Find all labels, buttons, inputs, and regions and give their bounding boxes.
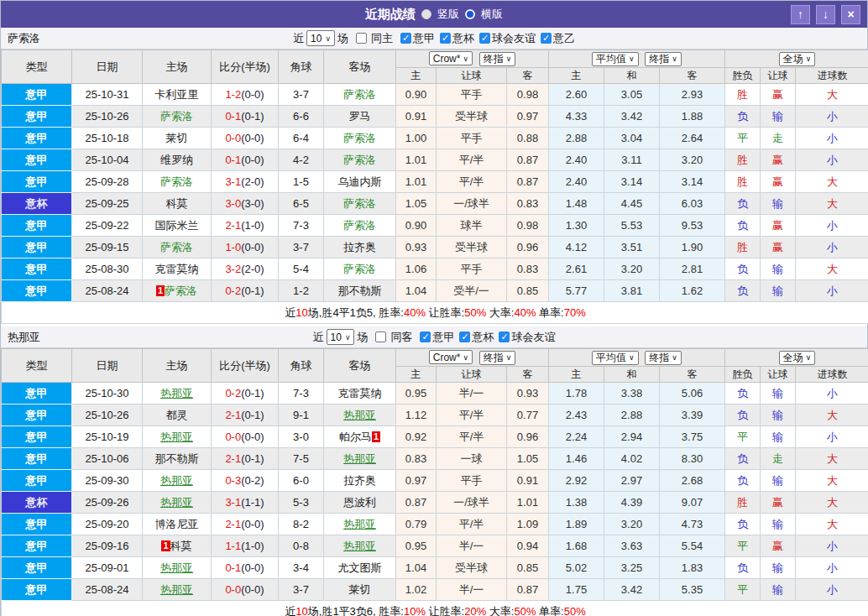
team-link[interactable]: 萨索洛 (343, 132, 376, 144)
league-filter-checkbox[interactable] (420, 331, 431, 342)
team-link[interactable]: 热那亚 (160, 561, 193, 574)
average-select[interactable]: 平均值∨ (592, 52, 639, 66)
final-index-select-2[interactable]: 终指∨ (645, 52, 682, 66)
league-filter-checkbox[interactable] (440, 33, 451, 44)
league-filter-label[interactable]: 意杯 (452, 32, 474, 44)
match-row[interactable]: 意甲25-10-18莱切0-0(0-0)6-4萨索洛1.00平手0.882.88… (2, 128, 868, 149)
same-venue-label[interactable]: 同主 (371, 31, 393, 46)
team-link[interactable]: 萨索洛 (160, 241, 193, 253)
fulltime-select[interactable]: 全场∨ (779, 351, 816, 365)
league-filter-label[interactable]: 意杯 (472, 331, 494, 343)
team-link[interactable]: 萨索洛 (160, 110, 193, 123)
team-link[interactable]: 都灵 (166, 409, 188, 421)
team-link[interactable]: 萨索洛 (343, 197, 376, 210)
league-filter-checkbox[interactable] (499, 331, 510, 342)
league-filter-label[interactable]: 球会友谊 (492, 32, 536, 44)
match-row[interactable]: 意甲25-10-26都灵2-1(0-1)9-1热那亚1.12平/半0.772.4… (2, 405, 868, 426)
match-row[interactable]: 意甲25-09-20博洛尼亚2-1(0-0)8-2热那亚0.79平/半1.091… (2, 514, 868, 535)
team-link[interactable]: 莱切 (349, 583, 371, 596)
league-filter-label[interactable]: 意甲 (432, 331, 454, 343)
same-venue-checkbox[interactable] (356, 33, 367, 44)
team-link[interactable]: 萨索洛 (160, 175, 193, 188)
team-link[interactable]: 莱切 (166, 132, 188, 144)
final-index-select[interactable]: 终指∨ (479, 351, 516, 365)
match-row[interactable]: 意甲25-09-22国际米兰2-1(1-0)7-3萨索洛0.90球半0.981.… (2, 215, 868, 237)
team-link[interactable]: 热那亚 (343, 540, 376, 552)
same-venue-checkbox[interactable] (375, 331, 386, 342)
league-filter-label[interactable]: 球会友谊 (511, 331, 555, 343)
match-row[interactable]: 意甲25-09-30热那亚0-3(0-2)6-0拉齐奥0.97平手0.912.9… (2, 470, 868, 492)
team-link[interactable]: 萨索洛 (165, 285, 197, 297)
col-header-result: 胜负 (725, 68, 761, 84)
close-button[interactable]: × (841, 5, 860, 24)
match-row[interactable]: 意杯25-09-26热那亚3-1(1-1)5-3恩波利0.87一/球半1.011… (2, 492, 868, 514)
match-row[interactable]: 意甲25-10-31卡利亚里1-2(0-0)3-7萨索洛0.90平手0.982.… (2, 84, 868, 106)
league-filter-checkbox[interactable] (459, 331, 470, 342)
match-row[interactable]: 意杯25-09-25科莫3-0(3-0)6-5萨索洛1.05一/球半0.831.… (2, 193, 868, 215)
league-filter-checkbox[interactable] (479, 33, 490, 44)
match-row[interactable]: 意甲25-09-15萨索洛1-0(0-0)3-7拉齐奥0.93受半球0.964.… (2, 237, 868, 258)
match-row[interactable]: 意甲25-10-30热那亚0-2(0-1)7-3克雷莫纳0.95半/一0.931… (2, 383, 868, 405)
team-link[interactable]: 萨索洛 (343, 88, 376, 101)
average-select[interactable]: 平均值∨ (592, 351, 639, 365)
bookmaker-select[interactable]: Crow*∨ (429, 350, 473, 364)
league-filter-label[interactable]: 意甲 (413, 32, 435, 44)
team-link[interactable]: 维罗纳 (160, 154, 193, 166)
move-up-button[interactable]: ↑ (791, 5, 810, 24)
horizontal-layout-radio[interactable] (465, 9, 475, 19)
bookmaker-select[interactable]: Crow*∨ (429, 51, 473, 65)
team-link[interactable]: 科莫 (170, 540, 192, 552)
team-link[interactable]: 热那亚 (160, 431, 193, 443)
team-link[interactable]: 恩波利 (343, 496, 376, 509)
team-link[interactable]: 尤文图斯 (338, 561, 382, 574)
horizontal-layout-label[interactable]: 横版 (481, 7, 503, 22)
match-row[interactable]: 意甲25-08-30克雷莫纳3-2(2-0)5-4萨索洛1.06平手0.832.… (2, 258, 868, 280)
final-index-select-2[interactable]: 终指∨ (645, 351, 682, 365)
match-count-select[interactable]: 10∨ (327, 329, 355, 345)
team-link[interactable]: 热那亚 (160, 474, 193, 487)
team-link[interactable]: 罗马 (349, 110, 371, 123)
match-count-select[interactable]: 10∨ (306, 30, 335, 46)
match-row[interactable]: 意甲25-10-19热那亚0-0(0-0)3-0帕尔马10.92平/半0.962… (2, 426, 868, 448)
team-link[interactable]: 克雷莫纳 (155, 263, 199, 275)
team-link[interactable]: 热那亚 (160, 387, 193, 399)
team-link[interactable]: 热那亚 (160, 496, 193, 509)
team-link[interactable]: 热那亚 (343, 452, 376, 465)
team-link[interactable]: 乌迪内斯 (338, 175, 382, 188)
team-link[interactable]: 拉齐奥 (343, 474, 376, 487)
match-row[interactable]: 意甲25-09-28萨索洛3-1(2-0)1-5乌迪内斯1.01平/半0.872… (2, 171, 868, 193)
fulltime-select[interactable]: 全场∨ (779, 52, 816, 66)
team-link[interactable]: 那不勒斯 (155, 452, 199, 465)
team-link[interactable]: 帕尔马 (339, 431, 372, 443)
team-link[interactable]: 克雷莫纳 (338, 387, 382, 399)
team-link[interactable]: 萨索洛 (343, 263, 376, 275)
league-filter-checkbox[interactable] (400, 33, 411, 44)
match-row[interactable]: 意甲25-08-241萨索洛0-2(0-1)1-2那不勒斯1.04受半/一0.8… (2, 280, 868, 302)
match-row[interactable]: 意甲25-10-26萨索洛0-1(0-1)6-6罗马0.91受半球0.974.3… (2, 106, 868, 128)
team-link[interactable]: 萨索洛 (343, 219, 376, 232)
avg-away-odds-cell: 2.93 (660, 84, 725, 106)
col-header-handicap-home: 主 (396, 367, 437, 383)
team-link[interactable]: 卡利亚里 (155, 88, 199, 101)
match-row[interactable]: 意甲25-08-24热那亚0-0(0-0)3-7莱切1.02半/一0.871.7… (2, 579, 868, 601)
team-link[interactable]: 萨索洛 (343, 154, 376, 166)
team-link[interactable]: 热那亚 (160, 583, 193, 596)
final-index-select[interactable]: 终指∨ (479, 52, 516, 66)
same-venue-label[interactable]: 同客 (390, 330, 412, 345)
match-row[interactable]: 意甲25-09-01热那亚0-1(0-0)3-4尤文图斯1.04受半球0.855… (2, 557, 868, 579)
team-link[interactable]: 国际米兰 (155, 219, 199, 232)
vertical-layout-radio[interactable] (421, 9, 431, 19)
vertical-layout-label[interactable]: 竖版 (437, 7, 459, 22)
team-link[interactable]: 热那亚 (343, 409, 376, 421)
team-link[interactable]: 那不勒斯 (338, 285, 382, 297)
team-link[interactable]: 科莫 (166, 197, 188, 210)
match-row[interactable]: 意甲25-10-06那不勒斯2-1(0-1)7-5热那亚0.83一球1.051.… (2, 448, 868, 470)
team-link[interactable]: 博洛尼亚 (155, 518, 199, 530)
team-link[interactable]: 热那亚 (343, 518, 376, 530)
move-down-button[interactable]: ↓ (816, 5, 835, 24)
league-filter-checkbox[interactable] (541, 33, 552, 44)
team-link[interactable]: 拉齐奥 (343, 241, 376, 253)
league-filter-label[interactable]: 意乙 (553, 32, 575, 44)
match-row[interactable]: 意甲25-10-04维罗纳0-1(0-0)4-2萨索洛1.01平/半0.872.… (2, 149, 868, 171)
match-row[interactable]: 意甲25-09-161科莫1-1(1-0)0-8热那亚0.95半/一0.941.… (2, 535, 868, 557)
